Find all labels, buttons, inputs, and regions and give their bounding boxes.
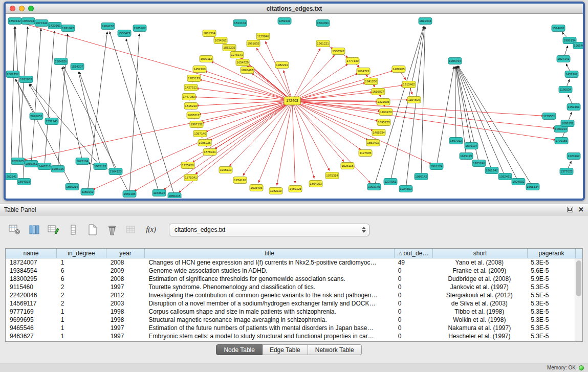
graph-node[interactable]: 1603152 (6, 71, 19, 78)
graph-node[interactable]: 1405934 (372, 129, 385, 136)
graph-node[interactable]: 1447380 (182, 94, 195, 100)
table-row[interactable]: 1872400712008Changes of HCN gene express… (6, 258, 575, 267)
table-cell[interactable]: 0 (394, 283, 432, 291)
table-cell[interactable]: Stergiakouli et al. (2012) (432, 292, 527, 299)
column-header-title[interactable]: title (145, 249, 395, 258)
table-cell[interactable]: Changes of HCN gene expression and I(f) … (145, 259, 394, 266)
table-cell[interactable]: 5.3E-5 (527, 316, 575, 323)
graph-node[interactable]: 1220463 (567, 153, 580, 160)
table-cell[interactable]: Franke et al. (2009) (432, 267, 527, 274)
graph-node[interactable]: 1190534 (559, 86, 572, 93)
table-cell[interactable]: 0 (394, 316, 432, 323)
table-cell[interactable]: 1 (57, 333, 106, 340)
graph-node[interactable]: 1982110 (269, 188, 282, 194)
graph-node[interactable]: 1821304 (419, 18, 432, 25)
graph-node[interactable]: 1961224 (430, 163, 443, 170)
graph-node[interactable]: 1880215 (168, 193, 181, 199)
table-cell[interactable]: 5.3E-5 (527, 300, 575, 307)
graph-node[interactable]: 1064721 (357, 68, 370, 75)
table-cell[interactable]: 18300295 (6, 275, 57, 282)
graph-node[interactable]: 1905113 (219, 167, 232, 173)
table-cell[interactable]: 18724007 (6, 259, 57, 266)
graph-node[interactable]: 1123846 (256, 33, 270, 40)
graph-node[interactable]: 1160473 (379, 109, 393, 116)
graph-node[interactable]: 1154609 (407, 97, 421, 103)
table-cell[interactable]: 1997 (106, 324, 145, 332)
graph-node[interactable]: 1815210 (184, 103, 198, 110)
table-cell[interactable]: 2008 (106, 259, 145, 266)
table-cell[interactable]: 6 (57, 267, 106, 274)
table-cell[interactable]: Nakamura et al. (1997) (432, 324, 527, 332)
graph-node[interactable]: 1305246 (472, 160, 486, 167)
table-cell[interactable]: 0 (394, 308, 432, 315)
table-row[interactable]: 1938455462009Genome-wide association stu… (6, 267, 575, 275)
table-cell[interactable]: 1998 (106, 316, 145, 323)
table-cell[interactable]: 0 (394, 267, 432, 274)
graph-node[interactable]: 1092451 (498, 173, 512, 180)
graph-node[interactable]: 1514207 (71, 63, 84, 70)
graph-node[interactable]: 1905316 (51, 166, 64, 172)
graph-node[interactable]: 1367140 (193, 130, 207, 137)
table-cell[interactable]: 1 (57, 316, 106, 323)
graph-node[interactable]: 1550132 (8, 18, 21, 25)
graph-node[interactable]: 1452160 (193, 66, 206, 73)
table-cell[interactable]: Yano et al. (2008) (432, 259, 527, 266)
graph-node[interactable]: 1850214 (66, 184, 79, 190)
table-row[interactable]: 946554611997Estimation of the future num… (6, 324, 575, 332)
table-cell[interactable]: 0 (394, 324, 432, 332)
table-cell[interactable]: 2009 (106, 267, 145, 274)
graph-node[interactable]: 1304152 (101, 23, 115, 30)
graph-node[interactable]: 1895723 (377, 119, 390, 126)
table-cell[interactable]: 0 (394, 275, 432, 282)
table-cell[interactable]: Estimation of the future numbers of pati… (145, 324, 394, 332)
graph-node[interactable]: 1075314 (325, 172, 339, 179)
graph-node[interactable]: 1526118 (341, 163, 354, 169)
graph-node[interactable]: 1813104 (233, 20, 247, 27)
column-header-year[interactable]: year (106, 249, 145, 258)
table-cell[interactable]: 22420046 (6, 292, 57, 299)
table-vertical-scrollbar[interactable] (575, 258, 582, 341)
table-cell[interactable]: Disruption of a novel member of a sodium… (145, 300, 394, 307)
table-cell[interactable]: 0 (394, 333, 432, 340)
graph-node[interactable]: 1565134 (526, 184, 539, 190)
graph-node[interactable]: 1864203 (309, 181, 322, 187)
column-header-in-degree[interactable]: in_degree (57, 249, 106, 258)
graph-node[interactable]: 1088132 (561, 120, 574, 127)
table-cell[interactable]: de Silva et al. (2003) (432, 300, 527, 307)
column-header-pagerank[interactable]: pagerank (528, 249, 576, 258)
graph-node[interactable]: 1275141 (230, 52, 244, 58)
table-cell[interactable]: 5.6E-5 (527, 267, 575, 274)
close-button[interactable] (10, 6, 15, 11)
graph-node[interactable]: 1827341 (557, 56, 570, 62)
table-cell[interactable]: 9463627 (6, 333, 57, 340)
table-cell[interactable]: 0 (394, 300, 432, 307)
table-cell[interactable]: Tourette syndrome. Phenomenology and cla… (145, 283, 394, 291)
graph-node[interactable]: 1059361 (25, 161, 38, 167)
graph-node[interactable]: 1861342 (485, 167, 498, 174)
table-cell[interactable]: 1997 (106, 333, 145, 340)
table-row[interactable]: 977716911998Corpus callosum shape and si… (6, 308, 575, 316)
graph-node[interactable]: 1489125 (289, 186, 302, 192)
graph-node[interactable]: 1862205 (223, 45, 236, 51)
table-cell[interactable]: 5.5E-5 (527, 292, 575, 299)
graph-node[interactable]: 1903145 (367, 184, 381, 190)
graph-node[interactable]: 1427512 (184, 84, 198, 91)
graph-node[interactable]: 1675341 (184, 174, 198, 181)
close-panel-icon[interactable]: ✕ (578, 207, 584, 212)
graph-node[interactable]: 1034562 (214, 37, 227, 44)
graph-node[interactable]: 1302541 (6, 173, 17, 180)
zoom-button[interactable] (28, 6, 34, 11)
table-cell[interactable]: 1998 (106, 308, 145, 315)
table-selector-dropdown[interactable]: citations_edges.txt (169, 224, 369, 236)
graph-node[interactable]: 1841206 (364, 78, 378, 85)
table-cell[interactable]: 1997 (106, 283, 145, 291)
graph-node[interactable]: 1153624 (153, 190, 166, 196)
table-cell[interactable]: Estimation of significance thresholds fo… (145, 275, 394, 282)
graph-node[interactable]: 1638217 (187, 112, 200, 119)
graph-node[interactable]: 1725420 (181, 162, 194, 169)
table-row[interactable]: 969969511998Structural magnetic resonanc… (6, 316, 575, 324)
table-cell[interactable]: 2008 (106, 275, 145, 282)
graph-node[interactable]: 1654729 (236, 59, 249, 66)
graph-node[interactable]: 1159581 (542, 113, 556, 120)
table-cell[interactable]: 9465546 (6, 324, 57, 332)
